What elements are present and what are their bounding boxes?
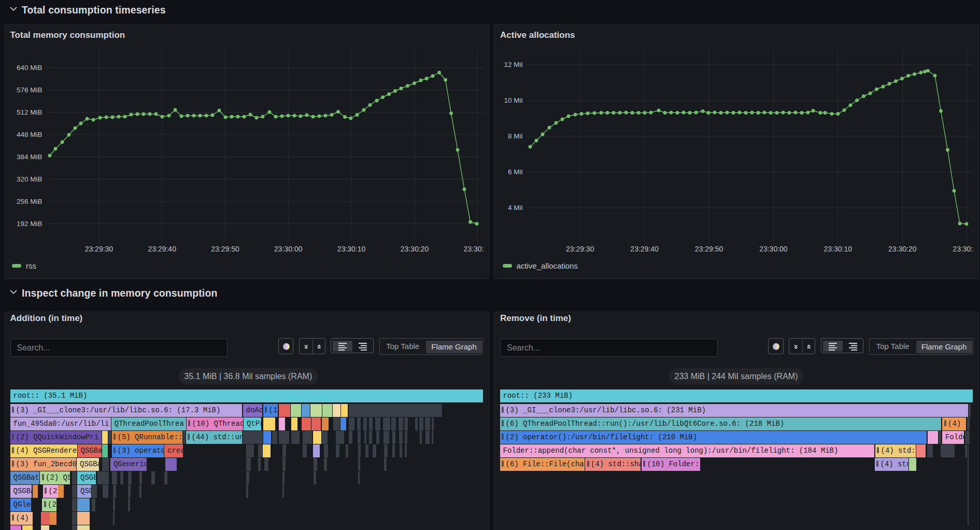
svg-text:256 MiB: 256 MiB — [17, 198, 42, 205]
svg-text:23:30:30: 23:30:30 — [463, 245, 492, 253]
svg-text:23:30:00: 23:30:00 — [759, 245, 788, 253]
svg-text:576 MiB: 576 MiB — [17, 86, 42, 94]
svg-text:23:29:30: 23:29:30 — [566, 245, 594, 253]
svg-text:8 Mil: 8 Mil — [508, 132, 523, 140]
svg-text:23:30:10: 23:30:10 — [824, 245, 853, 253]
svg-text:23:29:40: 23:29:40 — [630, 245, 659, 253]
svg-text:4 Mil: 4 Mil — [508, 204, 523, 212]
svg-text:23:30:20: 23:30:20 — [401, 245, 429, 253]
svg-text:448 MiB: 448 MiB — [17, 131, 42, 138]
svg-text:320 MiB: 320 MiB — [17, 175, 42, 183]
svg-text:23:30:10: 23:30:10 — [337, 245, 366, 253]
svg-text:23:30:20: 23:30:20 — [888, 245, 917, 253]
svg-text:12 Mil: 12 Mil — [504, 61, 522, 68]
svg-text:23:30:30: 23:30:30 — [953, 245, 980, 253]
svg-text:512 MiB: 512 MiB — [17, 108, 42, 116]
svg-text:23:30:00: 23:30:00 — [274, 245, 303, 253]
svg-text:23:29:50: 23:29:50 — [695, 245, 723, 253]
svg-text:23:29:30: 23:29:30 — [85, 245, 113, 253]
svg-text:384 MiB: 384 MiB — [17, 153, 42, 161]
svg-text:10 Mil: 10 Mil — [504, 96, 522, 104]
svg-text:640 MiB: 640 MiB — [17, 64, 42, 72]
svg-text:192 MiB: 192 MiB — [17, 220, 42, 228]
svg-text:23:29:40: 23:29:40 — [148, 245, 176, 253]
svg-text:6 Mil: 6 Mil — [508, 168, 523, 176]
svg-text:23:29:50: 23:29:50 — [211, 245, 239, 253]
